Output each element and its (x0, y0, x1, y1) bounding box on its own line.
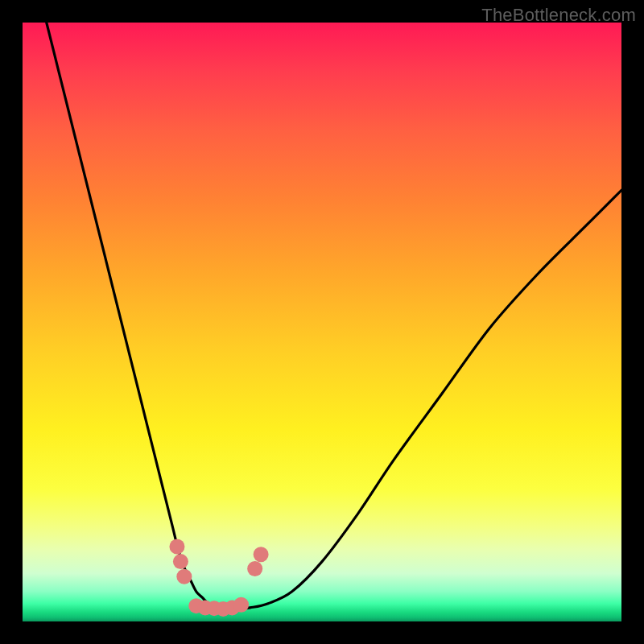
data-marker (188, 598, 204, 613)
bottleneck-curve (47, 23, 621, 609)
data-marker (173, 554, 188, 569)
watermark-text: TheBottleneck.com (481, 5, 636, 26)
chart-svg (23, 23, 621, 621)
data-marker (233, 597, 249, 613)
markers-group (169, 539, 268, 617)
data-marker (225, 600, 240, 615)
data-marker (197, 600, 213, 615)
data-marker (169, 539, 184, 555)
data-marker (216, 601, 231, 617)
data-marker (254, 547, 269, 562)
data-marker (247, 561, 262, 576)
data-marker (176, 569, 192, 584)
chart-frame (23, 23, 621, 621)
data-marker (207, 601, 222, 616)
